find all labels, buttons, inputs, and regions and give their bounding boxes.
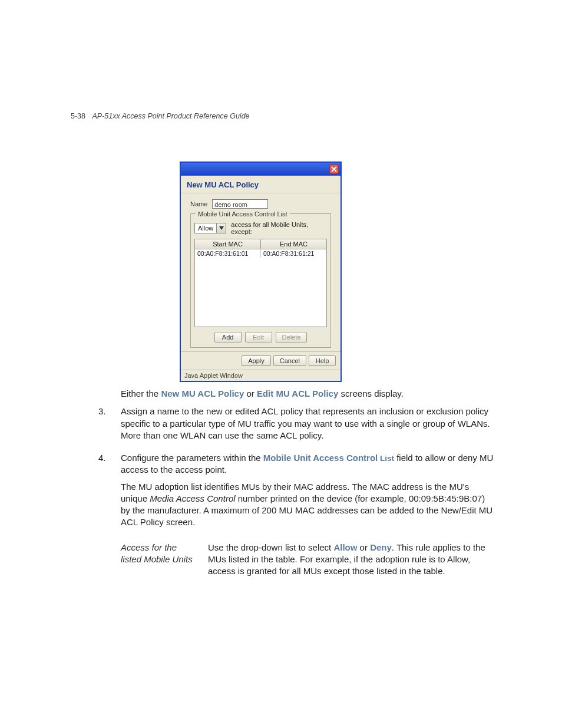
- mac-table[interactable]: Start MAC End MAC 00:A0:F8:31:61:01 00:A…: [194, 239, 327, 327]
- deny-link: Deny: [370, 542, 392, 552]
- allow-suffix-text: access for all Mobile Units, except:: [231, 221, 327, 235]
- name-input[interactable]: demo room: [212, 199, 268, 209]
- chevron-down-icon[interactable]: [216, 223, 226, 233]
- text: or: [244, 388, 257, 398]
- doc-title: AP-51xx Access Point Product Reference G…: [92, 112, 250, 120]
- acl-fieldset: Mobile Unit Access Control List Allow ac…: [190, 213, 331, 348]
- col-start-mac: Start MAC: [195, 239, 261, 249]
- either-line: Either the New MU ACL Policy or Edit MU …: [121, 388, 495, 400]
- step-number-3: 3.: [98, 406, 121, 446]
- apply-button[interactable]: Apply: [242, 355, 271, 366]
- step4-para2: The MU adoption list identifies MUs by t…: [121, 481, 495, 529]
- close-icon[interactable]: [329, 164, 339, 174]
- status-bar: Java Applet Window: [181, 370, 340, 381]
- name-label: Name: [190, 200, 207, 207]
- def-term: Access for the listed Mobile Units: [121, 542, 197, 578]
- muacl-link: Mobile Unit Access Control: [263, 453, 378, 463]
- step-number-4: 4.: [98, 452, 121, 533]
- allow-link: Allow: [333, 542, 357, 552]
- fieldset-legend: Mobile Unit Access Control List: [196, 210, 290, 218]
- text: or: [357, 542, 370, 552]
- page-number: 5-38: [71, 112, 85, 120]
- allow-deny-value: Allow: [195, 225, 216, 232]
- col-end-mac: End MAC: [261, 239, 326, 249]
- edit-mu-acl-link: Edit MU ACL Policy: [257, 388, 338, 398]
- delete-button[interactable]: Delete: [276, 332, 308, 342]
- table-row[interactable]: 00:A0:F8:31:61:01 00:A0:F8:31:61:21: [195, 249, 326, 258]
- text: screens display.: [338, 388, 404, 398]
- cancel-button[interactable]: Cancel: [273, 355, 306, 366]
- new-mu-acl-link: New MU ACL Policy: [161, 388, 244, 398]
- mu-acl-dialog: New MU ACL Policy Name demo room Mobile …: [180, 162, 342, 382]
- text: Use the drop-down list to select: [208, 542, 333, 552]
- text: Either the: [121, 388, 161, 398]
- def-body: Use the drop-down list to select Allow o…: [208, 542, 495, 578]
- step4-text: Configure the parameters within the Mobi…: [121, 452, 495, 476]
- dialog-heading: New MU ACL Policy: [181, 176, 340, 193]
- cell-start-mac: 00:A0:F8:31:61:01: [195, 249, 261, 258]
- allow-deny-select[interactable]: Allow: [194, 223, 226, 233]
- cell-end-mac: 00:A0:F8:31:61:21: [261, 249, 326, 258]
- text: Configure the parameters within the: [121, 453, 263, 463]
- page-header: 5-38 AP-51xx Access Point Product Refere…: [71, 112, 495, 120]
- edit-button[interactable]: Edit: [245, 332, 272, 342]
- add-button[interactable]: Add: [214, 332, 242, 342]
- step3-text: Assign a name to the new or edited ACL p…: [121, 406, 495, 442]
- definition-row: Access for the listed Mobile Units Use t…: [121, 542, 495, 578]
- help-button[interactable]: Help: [309, 355, 336, 366]
- mac-italic: Media Access Control: [150, 493, 235, 503]
- dialog-titlebar: [181, 163, 340, 176]
- list-suffix: List: [378, 454, 394, 463]
